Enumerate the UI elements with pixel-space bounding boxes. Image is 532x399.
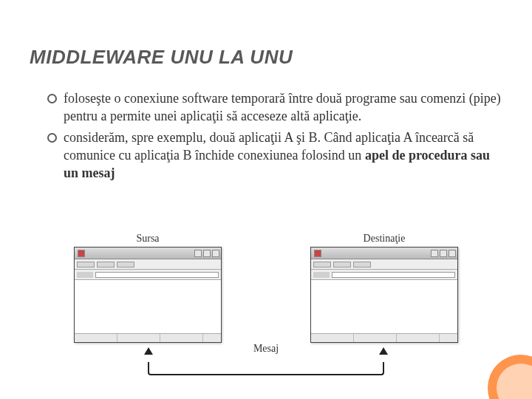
close-icon [212, 250, 219, 257]
slide-title: MIDDLEWARE UNU LA UNU [30, 46, 502, 69]
max-icon [440, 250, 447, 257]
app-icon [314, 250, 321, 257]
source-window: Sursa [74, 247, 222, 343]
connection-line [148, 353, 384, 375]
bullet-item: considerăm, spre exemplu, două aplicaţii… [47, 129, 502, 183]
window-toolbar [311, 259, 457, 270]
bullet-list: foloseşte o conexiune software temporară… [30, 89, 502, 182]
decorative-circle [488, 355, 532, 399]
dest-window: Destinaţie [310, 247, 458, 343]
dest-label: Destinaţie [364, 233, 406, 245]
close-icon [449, 250, 456, 257]
window-addressbar [75, 270, 221, 280]
window-content [311, 280, 457, 333]
app-icon [78, 250, 85, 257]
min-icon [194, 250, 202, 257]
window-toolbar [75, 259, 221, 270]
window-titlebar [75, 248, 221, 259]
arrow-up-icon [144, 347, 153, 355]
source-label: Sursa [136, 233, 159, 245]
max-icon [203, 250, 211, 257]
bullet-item: foloseşte o conexiune software temporară… [47, 89, 502, 126]
window-addressbar [311, 270, 457, 280]
diagram: Sursa Destinaţie [74, 229, 458, 384]
window-statusbar [75, 333, 221, 342]
window-content [75, 280, 221, 333]
min-icon [431, 250, 438, 257]
arrow-up-icon [379, 347, 388, 355]
window-titlebar [311, 248, 457, 259]
window-statusbar [311, 333, 457, 342]
